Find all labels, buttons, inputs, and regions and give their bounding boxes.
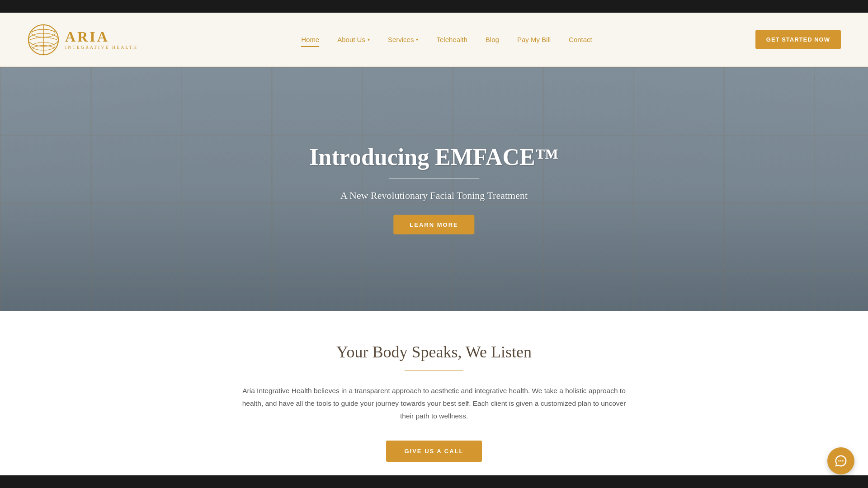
learn-more-button[interactable]: LEARN MORE — [393, 215, 474, 235]
hero-section: Introducing EMFACE™ A New Revolutionary … — [0, 67, 868, 311]
chat-icon — [834, 454, 848, 468]
nav-item-services[interactable]: Services ▾ — [388, 36, 419, 43]
logo-text: ARIA INTEGRATIVE HEALTH — [65, 29, 138, 50]
give-call-button[interactable]: GIVE US A CALL — [386, 441, 481, 462]
nav-item-contact[interactable]: Contact — [569, 36, 592, 43]
hero-subtitle: A New Revolutionary Facial Toning Treatm… — [309, 190, 558, 202]
section-title: Your Body Speaks, We Listen — [27, 343, 841, 361]
content-section: Your Body Speaks, We Listen Aria Integra… — [0, 311, 868, 488]
header: ARIA INTEGRATIVE HEALTH Home About Us ▾ … — [0, 13, 868, 67]
nav-item-blog[interactable]: Blog — [486, 36, 499, 43]
svg-point-5 — [838, 460, 840, 462]
services-chevron-icon: ▾ — [416, 37, 418, 42]
hero-divider — [389, 178, 479, 179]
top-bar — [0, 0, 868, 13]
logo-globe-icon — [27, 23, 60, 56]
svg-point-6 — [840, 460, 842, 462]
logo-name: ARIA — [65, 29, 138, 44]
section-divider — [405, 371, 463, 371]
nav-item-telehealth[interactable]: Telehealth — [436, 36, 467, 43]
svg-point-7 — [842, 460, 844, 462]
chat-button[interactable] — [827, 447, 854, 474]
bottom-bar — [0, 475, 868, 488]
main-nav: Home About Us ▾ Services ▾ Telehealth Bl… — [301, 36, 592, 43]
about-chevron-icon: ▾ — [368, 37, 370, 42]
get-started-button[interactable]: GET STARTED NOW — [755, 30, 841, 49]
nav-item-about[interactable]: About Us ▾ — [337, 36, 370, 43]
nav-item-pay-bill[interactable]: Pay My Bill — [517, 36, 551, 43]
logo[interactable]: ARIA INTEGRATIVE HEALTH — [27, 23, 138, 56]
hero-content: Introducing EMFACE™ A New Revolutionary … — [309, 144, 558, 235]
hero-title: Introducing EMFACE™ — [309, 144, 558, 170]
section-body: Aria Integrative Health believes in a tr… — [242, 385, 626, 422]
nav-item-home[interactable]: Home — [301, 36, 319, 43]
logo-subtitle: INTEGRATIVE HEALTH — [65, 45, 138, 50]
